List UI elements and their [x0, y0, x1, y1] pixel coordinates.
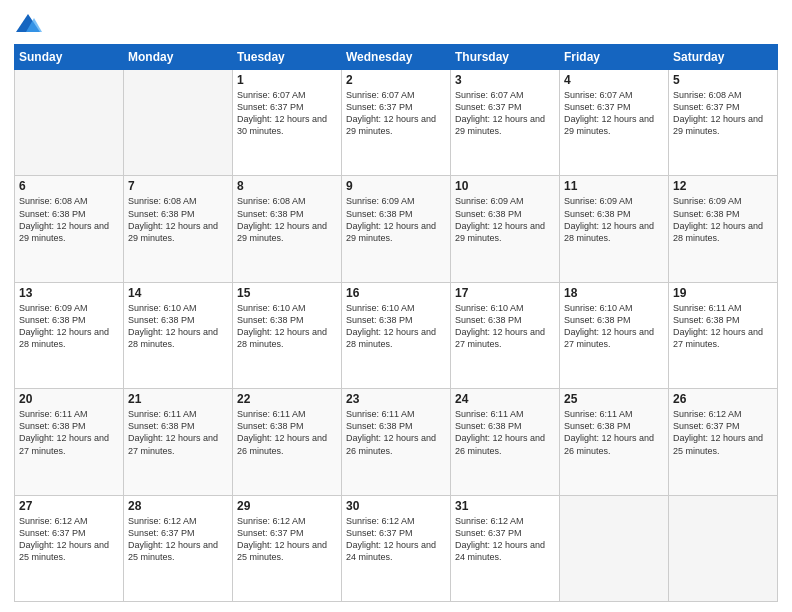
calendar-day-cell: 18Sunrise: 6:10 AM Sunset: 6:38 PM Dayli…	[560, 282, 669, 388]
day-number: 14	[128, 286, 228, 300]
calendar-day-cell: 21Sunrise: 6:11 AM Sunset: 6:38 PM Dayli…	[124, 389, 233, 495]
calendar-week-row: 13Sunrise: 6:09 AM Sunset: 6:38 PM Dayli…	[15, 282, 778, 388]
day-number: 22	[237, 392, 337, 406]
weekday-header: Sunday	[15, 45, 124, 70]
day-number: 11	[564, 179, 664, 193]
day-number: 12	[673, 179, 773, 193]
page: SundayMondayTuesdayWednesdayThursdayFrid…	[0, 0, 792, 612]
day-number: 16	[346, 286, 446, 300]
day-number: 27	[19, 499, 119, 513]
calendar-day-cell	[560, 495, 669, 601]
day-info: Sunrise: 6:10 AM Sunset: 6:38 PM Dayligh…	[128, 302, 228, 351]
weekday-header: Tuesday	[233, 45, 342, 70]
day-info: Sunrise: 6:10 AM Sunset: 6:38 PM Dayligh…	[564, 302, 664, 351]
day-number: 20	[19, 392, 119, 406]
day-info: Sunrise: 6:11 AM Sunset: 6:38 PM Dayligh…	[128, 408, 228, 457]
day-number: 21	[128, 392, 228, 406]
day-number: 3	[455, 73, 555, 87]
day-number: 9	[346, 179, 446, 193]
day-number: 30	[346, 499, 446, 513]
logo	[14, 10, 46, 38]
calendar-day-cell: 26Sunrise: 6:12 AM Sunset: 6:37 PM Dayli…	[669, 389, 778, 495]
day-info: Sunrise: 6:09 AM Sunset: 6:38 PM Dayligh…	[673, 195, 773, 244]
day-info: Sunrise: 6:11 AM Sunset: 6:38 PM Dayligh…	[673, 302, 773, 351]
calendar-day-cell: 14Sunrise: 6:10 AM Sunset: 6:38 PM Dayli…	[124, 282, 233, 388]
day-info: Sunrise: 6:10 AM Sunset: 6:38 PM Dayligh…	[237, 302, 337, 351]
calendar-day-cell: 5Sunrise: 6:08 AM Sunset: 6:37 PM Daylig…	[669, 70, 778, 176]
calendar-day-cell	[124, 70, 233, 176]
calendar-week-row: 27Sunrise: 6:12 AM Sunset: 6:37 PM Dayli…	[15, 495, 778, 601]
calendar-day-cell: 19Sunrise: 6:11 AM Sunset: 6:38 PM Dayli…	[669, 282, 778, 388]
calendar-day-cell: 8Sunrise: 6:08 AM Sunset: 6:38 PM Daylig…	[233, 176, 342, 282]
day-info: Sunrise: 6:11 AM Sunset: 6:38 PM Dayligh…	[455, 408, 555, 457]
calendar-day-cell: 28Sunrise: 6:12 AM Sunset: 6:37 PM Dayli…	[124, 495, 233, 601]
calendar-day-cell: 22Sunrise: 6:11 AM Sunset: 6:38 PM Dayli…	[233, 389, 342, 495]
calendar-day-cell: 23Sunrise: 6:11 AM Sunset: 6:38 PM Dayli…	[342, 389, 451, 495]
day-number: 23	[346, 392, 446, 406]
day-info: Sunrise: 6:11 AM Sunset: 6:38 PM Dayligh…	[564, 408, 664, 457]
calendar-day-cell: 11Sunrise: 6:09 AM Sunset: 6:38 PM Dayli…	[560, 176, 669, 282]
day-info: Sunrise: 6:12 AM Sunset: 6:37 PM Dayligh…	[346, 515, 446, 564]
day-info: Sunrise: 6:09 AM Sunset: 6:38 PM Dayligh…	[455, 195, 555, 244]
calendar-day-cell: 13Sunrise: 6:09 AM Sunset: 6:38 PM Dayli…	[15, 282, 124, 388]
calendar-day-cell: 6Sunrise: 6:08 AM Sunset: 6:38 PM Daylig…	[15, 176, 124, 282]
logo-icon	[14, 10, 42, 38]
day-info: Sunrise: 6:09 AM Sunset: 6:38 PM Dayligh…	[19, 302, 119, 351]
calendar-day-cell: 10Sunrise: 6:09 AM Sunset: 6:38 PM Dayli…	[451, 176, 560, 282]
calendar-day-cell: 1Sunrise: 6:07 AM Sunset: 6:37 PM Daylig…	[233, 70, 342, 176]
weekday-header-row: SundayMondayTuesdayWednesdayThursdayFrid…	[15, 45, 778, 70]
day-number: 31	[455, 499, 555, 513]
day-number: 1	[237, 73, 337, 87]
weekday-header: Thursday	[451, 45, 560, 70]
day-info: Sunrise: 6:11 AM Sunset: 6:38 PM Dayligh…	[346, 408, 446, 457]
day-number: 26	[673, 392, 773, 406]
day-info: Sunrise: 6:08 AM Sunset: 6:38 PM Dayligh…	[237, 195, 337, 244]
calendar-day-cell: 20Sunrise: 6:11 AM Sunset: 6:38 PM Dayli…	[15, 389, 124, 495]
day-info: Sunrise: 6:09 AM Sunset: 6:38 PM Dayligh…	[564, 195, 664, 244]
day-info: Sunrise: 6:08 AM Sunset: 6:38 PM Dayligh…	[19, 195, 119, 244]
day-info: Sunrise: 6:12 AM Sunset: 6:37 PM Dayligh…	[19, 515, 119, 564]
calendar-day-cell: 7Sunrise: 6:08 AM Sunset: 6:38 PM Daylig…	[124, 176, 233, 282]
calendar-day-cell: 15Sunrise: 6:10 AM Sunset: 6:38 PM Dayli…	[233, 282, 342, 388]
calendar-day-cell: 17Sunrise: 6:10 AM Sunset: 6:38 PM Dayli…	[451, 282, 560, 388]
day-info: Sunrise: 6:09 AM Sunset: 6:38 PM Dayligh…	[346, 195, 446, 244]
calendar-day-cell	[15, 70, 124, 176]
day-number: 18	[564, 286, 664, 300]
day-number: 7	[128, 179, 228, 193]
day-number: 4	[564, 73, 664, 87]
day-info: Sunrise: 6:08 AM Sunset: 6:37 PM Dayligh…	[673, 89, 773, 138]
calendar-day-cell: 16Sunrise: 6:10 AM Sunset: 6:38 PM Dayli…	[342, 282, 451, 388]
day-info: Sunrise: 6:07 AM Sunset: 6:37 PM Dayligh…	[564, 89, 664, 138]
calendar-week-row: 6Sunrise: 6:08 AM Sunset: 6:38 PM Daylig…	[15, 176, 778, 282]
day-number: 24	[455, 392, 555, 406]
calendar-day-cell: 3Sunrise: 6:07 AM Sunset: 6:37 PM Daylig…	[451, 70, 560, 176]
calendar-day-cell: 31Sunrise: 6:12 AM Sunset: 6:37 PM Dayli…	[451, 495, 560, 601]
weekday-header: Saturday	[669, 45, 778, 70]
calendar-day-cell: 2Sunrise: 6:07 AM Sunset: 6:37 PM Daylig…	[342, 70, 451, 176]
day-info: Sunrise: 6:07 AM Sunset: 6:37 PM Dayligh…	[346, 89, 446, 138]
header	[14, 10, 778, 38]
weekday-header: Monday	[124, 45, 233, 70]
calendar-day-cell	[669, 495, 778, 601]
calendar-day-cell: 24Sunrise: 6:11 AM Sunset: 6:38 PM Dayli…	[451, 389, 560, 495]
day-info: Sunrise: 6:12 AM Sunset: 6:37 PM Dayligh…	[128, 515, 228, 564]
day-info: Sunrise: 6:07 AM Sunset: 6:37 PM Dayligh…	[455, 89, 555, 138]
day-info: Sunrise: 6:11 AM Sunset: 6:38 PM Dayligh…	[237, 408, 337, 457]
day-info: Sunrise: 6:07 AM Sunset: 6:37 PM Dayligh…	[237, 89, 337, 138]
day-number: 25	[564, 392, 664, 406]
day-number: 8	[237, 179, 337, 193]
calendar-week-row: 1Sunrise: 6:07 AM Sunset: 6:37 PM Daylig…	[15, 70, 778, 176]
day-number: 19	[673, 286, 773, 300]
day-number: 13	[19, 286, 119, 300]
day-number: 5	[673, 73, 773, 87]
calendar-day-cell: 27Sunrise: 6:12 AM Sunset: 6:37 PM Dayli…	[15, 495, 124, 601]
day-number: 6	[19, 179, 119, 193]
calendar-day-cell: 12Sunrise: 6:09 AM Sunset: 6:38 PM Dayli…	[669, 176, 778, 282]
day-number: 15	[237, 286, 337, 300]
day-info: Sunrise: 6:12 AM Sunset: 6:37 PM Dayligh…	[673, 408, 773, 457]
day-info: Sunrise: 6:10 AM Sunset: 6:38 PM Dayligh…	[455, 302, 555, 351]
calendar-day-cell: 9Sunrise: 6:09 AM Sunset: 6:38 PM Daylig…	[342, 176, 451, 282]
weekday-header: Friday	[560, 45, 669, 70]
day-info: Sunrise: 6:12 AM Sunset: 6:37 PM Dayligh…	[455, 515, 555, 564]
day-number: 2	[346, 73, 446, 87]
